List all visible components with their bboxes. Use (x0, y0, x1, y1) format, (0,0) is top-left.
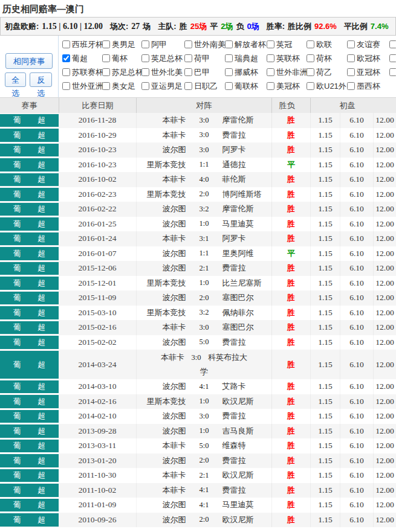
table-row[interactable]: 葡 超 2011-10-30 本菲卡 2:1 欧汉尼斯 胜 1.15 6.10 … (0, 468, 396, 483)
league-checkbox-input[interactable] (184, 54, 192, 62)
table-row[interactable]: 葡 超 2010-09-26 波尔图 2:0 欧汉尼斯 胜 1.15 6.10 … (0, 513, 396, 528)
league-checkbox-苏足总杯[interactable]: 苏足总杯 (102, 65, 141, 79)
league-checkbox-葡联杯[interactable]: 葡联杯 (225, 79, 267, 93)
table-row[interactable]: 葡 超 2014-02-16 里斯本竞技 1:0 欧汉尼斯 胜 1.15 6.1… (0, 394, 396, 409)
league-checkbox-苏联赛杯[interactable]: 苏联赛杯 (62, 65, 102, 79)
league-checkbox-input[interactable] (225, 82, 233, 90)
table-row[interactable]: 葡 超 2014-03-10 波尔图 4:1 艾路卡 胜 1.15 6.10 1… (0, 379, 396, 394)
league-checkbox-墨西杯[interactable]: 墨西杯 (347, 79, 389, 93)
table-row[interactable]: 葡 超 2016-10-23 波尔图 3:0 阿罗卡 胜 1.15 6.10 1… (0, 143, 396, 158)
league-checkbox-荷甲[interactable]: 荷甲 (184, 51, 225, 65)
league-checkbox-input[interactable] (307, 54, 314, 62)
league-checkbox-欧U21外[interactable]: 欧U21外 (307, 79, 347, 93)
league-checkbox-瑞典超[interactable]: 瑞典超 (225, 51, 267, 65)
league-checkbox-input[interactable] (389, 40, 396, 48)
league-checkbox-input[interactable] (184, 68, 192, 76)
table-row[interactable]: 葡 超 2016-02-22 波尔图 3:2 摩雷伦斯 胜 1.15 6.10 … (0, 202, 396, 217)
league-checkbox-亚冠杯[interactable]: 亚冠杯 (347, 65, 389, 79)
league-checkbox-葡超[interactable]: 葡超 (62, 51, 102, 65)
league-checkbox-input[interactable] (102, 82, 110, 90)
table-row[interactable]: 葡 超 2016-10-29 本菲卡 3:0 费雷拉 胜 1.15 6.10 1… (0, 128, 396, 143)
select-all-button[interactable]: 全选 (5, 72, 26, 87)
league-checkbox-欧冠杯[interactable]: 欧冠杯 (347, 51, 389, 65)
league-checkbox-挪威杯[interactable]: 挪威杯 (225, 65, 267, 79)
league-checkbox-stub[interactable] (389, 51, 396, 65)
same-event-button[interactable]: 相同赛事 (5, 53, 53, 69)
league-checkbox-解放者杯[interactable]: 解放者杯 (225, 37, 267, 51)
table-row[interactable]: 葡 超 2015-12-01 里斯本竞技 1:0 比兰尼塞斯 胜 1.15 6.… (0, 276, 396, 291)
league-checkbox-奥女足[interactable]: 奥女足 (102, 79, 141, 93)
league-checkbox-input[interactable] (225, 54, 233, 62)
league-checkbox-input[interactable] (347, 54, 355, 62)
league-checkbox-西班牙杯[interactable]: 西班牙杯 (62, 37, 102, 51)
league-checkbox-stub[interactable] (389, 37, 396, 51)
league-checkbox-input[interactable] (184, 40, 192, 48)
table-row[interactable]: 葡 超 2015-02-02 波尔图 5:0 费雷拉 胜 1.15 6.10 1… (0, 335, 396, 350)
league-checkbox-input[interactable] (62, 40, 70, 48)
league-checkbox-日职乙[interactable]: 日职乙 (184, 79, 225, 93)
league-checkbox-荷乙[interactable]: 荷乙 (307, 65, 347, 79)
league-checkbox-世外南美[interactable]: 世外南美 (184, 37, 225, 51)
league-checkbox-input[interactable] (267, 82, 274, 90)
league-checkbox-input[interactable] (62, 68, 70, 76)
league-checkbox-友谊赛[interactable]: 友谊赛 (347, 37, 389, 51)
table-row[interactable]: 葡 超 2014-03-24 本菲卡 3:0 科英布拉大学 胜 1.15 6.1… (0, 350, 396, 379)
table-row[interactable]: 葡 超 2016-01-25 波尔图 1:0 马里迪莫 胜 1.15 6.10 … (0, 217, 396, 232)
league-checkbox-input[interactable] (141, 54, 149, 62)
league-checkbox-阿甲[interactable]: 阿甲 (141, 37, 184, 51)
league-checkbox-世外亚洲[interactable]: 世外亚洲 (62, 79, 102, 93)
league-checkbox-input[interactable] (347, 82, 355, 90)
table-row[interactable]: 葡 超 2013-09-28 波尔图 1:0 吉马良斯 胜 1.15 6.10 … (0, 424, 396, 439)
league-checkbox-input[interactable] (267, 54, 274, 62)
league-checkbox-英冠[interactable]: 英冠 (267, 37, 307, 51)
table-row[interactable]: 葡 超 2015-12-06 波尔图 2:1 费雷拉 胜 1.15 6.10 1… (0, 261, 396, 276)
league-checkbox-欧联[interactable]: 欧联 (307, 37, 347, 51)
league-checkbox-input[interactable] (347, 68, 355, 76)
league-checkbox-input[interactable] (225, 40, 233, 48)
league-checkbox-葡杯[interactable]: 葡杯 (102, 51, 141, 65)
league-checkbox-input[interactable] (347, 40, 355, 48)
league-checkbox-荷杯[interactable]: 荷杯 (307, 51, 347, 65)
table-row[interactable]: 葡 超 2016-10-02 本菲卡 4:0 菲伦斯 胜 1.15 6.10 1… (0, 172, 396, 187)
league-checkbox-input[interactable] (102, 68, 110, 76)
league-checkbox-stub[interactable] (389, 65, 396, 79)
table-row[interactable]: 葡 超 2015-03-10 里斯本竞技 3:2 佩纳菲尔 胜 1.15 6.1… (0, 306, 396, 321)
table-row[interactable]: 葡 超 2011-01-09 波尔图 4:1 马里迪莫 胜 1.15 6.10 … (0, 498, 396, 513)
league-checkbox-input[interactable] (141, 40, 149, 48)
league-checkbox-亚运男足[interactable]: 亚运男足 (141, 79, 184, 93)
table-row[interactable]: 葡 超 2015-02-16 本菲卡 3:0 塞图巴尔 胜 1.15 6.10 … (0, 320, 396, 335)
league-checkbox-input[interactable] (307, 82, 314, 90)
league-checkbox-input[interactable] (184, 82, 192, 90)
table-row[interactable]: 葡 超 2016-02-23 里斯本竞技 2:0 博阿维斯塔 胜 1.15 6.… (0, 187, 396, 202)
league-checkbox-input[interactable] (62, 82, 70, 90)
league-checkbox-input[interactable] (307, 68, 314, 76)
table-row[interactable]: 葡 超 2015-11-09 波尔图 2:0 塞图巴尔 胜 1.15 6.10 … (0, 290, 396, 306)
league-checkbox-input[interactable] (307, 40, 314, 48)
league-checkbox-美冠杯[interactable]: 美冠杯 (267, 79, 307, 93)
league-checkbox-世外北美[interactable]: 世外北美 (141, 65, 184, 79)
table-row[interactable]: 葡 超 2016-01-24 本菲卡 3:1 阿罗卡 胜 1.15 6.10 1… (0, 231, 396, 246)
league-checkbox-input[interactable] (102, 40, 110, 48)
league-checkbox-奥男足[interactable]: 奥男足 (102, 37, 141, 51)
league-checkbox-input[interactable] (225, 68, 233, 76)
table-row[interactable]: 葡 超 2013-01-20 波尔图 2:0 费雷拉 胜 1.15 6.10 1… (0, 453, 396, 469)
table-row[interactable]: 葡 超 2011-10-02 本菲卡 4:1 费雷拉 胜 1.15 6.10 1… (0, 483, 396, 498)
league-checkbox-input[interactable] (141, 68, 149, 76)
league-checkbox-英足总杯[interactable]: 英足总杯 (141, 51, 184, 65)
league-checkbox-input[interactable] (389, 54, 396, 62)
league-checkbox-input[interactable] (62, 54, 70, 62)
invert-select-button[interactable]: 反选 (30, 72, 52, 87)
table-row[interactable]: 葡 超 2016-11-28 本菲卡 3:0 摩雷伦斯 胜 1.15 6.10 … (0, 113, 396, 128)
league-checkbox-世外非洲[interactable]: 世外非洲 (267, 65, 307, 79)
league-checkbox-input[interactable] (267, 68, 274, 76)
table-row[interactable]: 葡 超 2013-03-11 本菲卡 5:0 维森特 胜 1.15 6.10 1… (0, 438, 396, 453)
league-checkbox-英联杯[interactable]: 英联杯 (267, 51, 307, 65)
league-checkbox-巴甲[interactable]: 巴甲 (184, 65, 225, 79)
league-checkbox-input[interactable] (141, 82, 149, 90)
league-checkbox-input[interactable] (267, 40, 274, 48)
table-row[interactable]: 葡 超 2016-01-07 波尔图 1:1 里奥阿维 平 1.15 6.10 … (0, 246, 396, 261)
league-checkbox-input[interactable] (389, 68, 396, 76)
league-checkbox-input[interactable] (102, 54, 110, 62)
table-row[interactable]: 葡 超 2016-10-23 里斯本竞技 1:1 通德拉 平 1.15 6.10… (0, 158, 396, 173)
table-row[interactable]: 葡 超 2014-02-10 波尔图 3:0 费雷拉 胜 1.15 6.10 1… (0, 409, 396, 424)
